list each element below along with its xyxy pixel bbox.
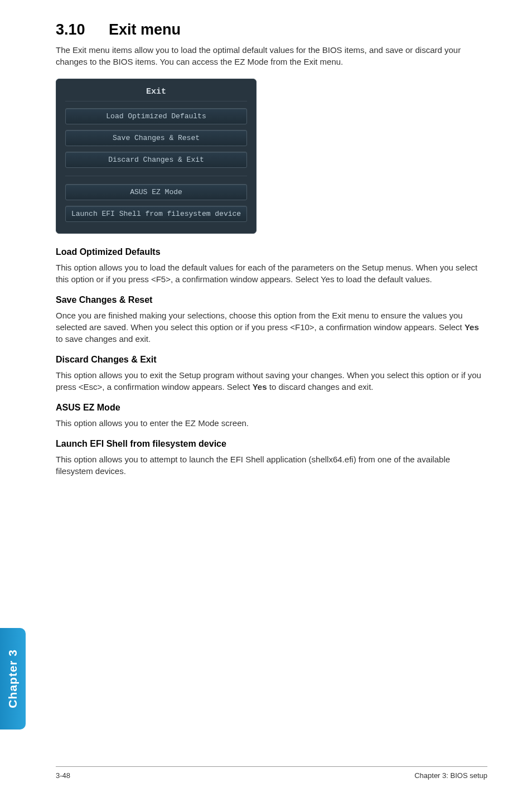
save-changes-reset-button[interactable]: Save Changes & Reset xyxy=(65,130,247,146)
section-heading: ASUS EZ Mode xyxy=(56,403,487,413)
section-body: This option allows you to load the defau… xyxy=(56,262,487,285)
dialog-group-2: ASUS EZ Mode Launch EFI Shell from files… xyxy=(65,184,247,222)
dialog-title: Exit xyxy=(65,87,247,102)
heading-title: Exit menu xyxy=(109,21,181,38)
chapter-side-label: Chapter 3 xyxy=(6,649,20,708)
asus-ez-mode-button[interactable]: ASUS EZ Mode xyxy=(65,184,247,200)
bios-exit-dialog: Exit Load Optimized Defaults Save Change… xyxy=(56,79,257,234)
section-heading: Discard Changes & Exit xyxy=(56,355,487,365)
section-body: This option allows you to attempt to lau… xyxy=(56,453,487,477)
intro-paragraph: The Exit menu items allow you to load th… xyxy=(56,44,487,67)
load-optimized-defaults-button[interactable]: Load Optimized Defaults xyxy=(65,108,247,124)
footer-chapter-title: Chapter 3: BIOS setup xyxy=(414,771,487,780)
section-heading: Launch EFI Shell from filesystem device xyxy=(56,439,487,449)
dialog-group-1: Load Optimized Defaults Save Changes & R… xyxy=(65,108,247,176)
section-heading: Load Optimized Defaults xyxy=(56,247,487,257)
section-body: This option allows you to enter the EZ M… xyxy=(56,417,487,429)
chapter-side-tab: Chapter 3 xyxy=(0,628,26,729)
section-body: This option allows you to exit the Setup… xyxy=(56,369,487,393)
discard-changes-exit-button[interactable]: Discard Changes & Exit xyxy=(65,152,247,168)
launch-efi-shell-button[interactable]: Launch EFI Shell from filesystem device xyxy=(65,206,247,222)
page-number: 3-48 xyxy=(56,771,70,780)
heading-number: 3.10 xyxy=(56,21,109,38)
section-heading: Save Changes & Reset xyxy=(56,295,487,305)
page-heading: 3.10Exit menu xyxy=(56,21,487,38)
page-footer: 3-48 Chapter 3: BIOS setup xyxy=(56,766,487,780)
section-body: Once you are finished making your select… xyxy=(56,310,487,345)
